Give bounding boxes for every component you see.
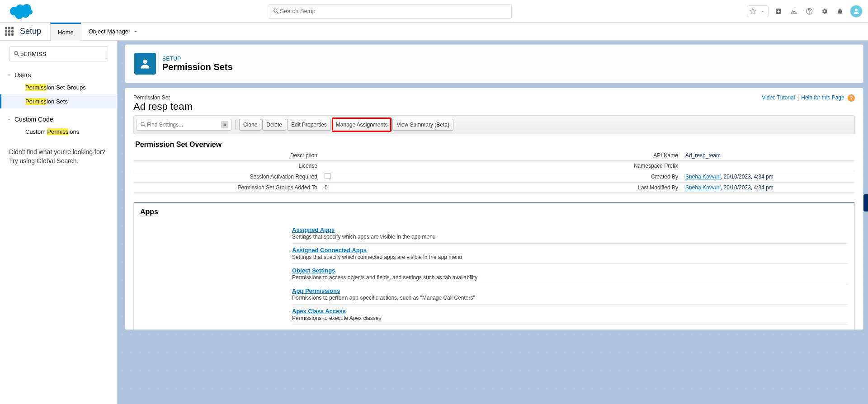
app-link-desc: Permissions to access objects and fields… — [292, 274, 848, 281]
app-link[interactable]: Object Settings — [292, 267, 335, 274]
setup-tree-sidebar: Users Permission Set Groups Permission S… — [0, 41, 118, 404]
avatar[interactable] — [850, 5, 863, 18]
quick-find[interactable] — [9, 46, 108, 61]
global-search[interactable] — [268, 4, 512, 19]
sidebar-item-custom-permissions[interactable]: Custom Permissions — [0, 125, 117, 139]
edit-properties-button[interactable]: Edit Properties — [287, 119, 331, 131]
no-results-hint: Didn't find what you're looking for? Try… — [0, 141, 117, 172]
created-by-link[interactable]: Sneha Kovvuri — [685, 174, 721, 180]
salesforce-logo[interactable] — [9, 3, 33, 19]
quick-find-input[interactable] — [20, 51, 104, 57]
sub-header: Setup Home Object Manager — [0, 23, 868, 41]
session-activation-checkbox — [325, 173, 330, 179]
breadcrumb: Permission Set — [133, 94, 193, 101]
gear-icon[interactable] — [819, 6, 830, 17]
detail-card: Permission Set Ad resp team Video Tutori… — [125, 88, 863, 330]
content-area: SETUP Permission Sets Permission Set Ad … — [118, 41, 868, 404]
app-link-desc: Settings that specify which apps are vis… — [292, 234, 848, 240]
chevron-down-icon[interactable] — [758, 7, 767, 16]
app-link-row: Object SettingsPermissions to access obj… — [292, 264, 848, 284]
chevron-down-icon — [133, 29, 138, 34]
chevron-down-icon — [6, 117, 12, 122]
help-icon[interactable]: ? — [804, 6, 815, 17]
chevron-down-icon — [6, 72, 12, 78]
side-panel-tab[interactable] — [863, 194, 868, 211]
trailhead-icon[interactable] — [788, 6, 799, 17]
page-title: Permission Sets — [162, 62, 233, 72]
permission-set-icon — [134, 53, 156, 75]
search-icon — [13, 50, 20, 57]
sidebar-item-permission-set-groups[interactable]: Permission Set Groups — [0, 80, 117, 94]
clone-button[interactable]: Clone — [239, 119, 261, 131]
search-icon — [140, 121, 147, 128]
manage-assignments-button[interactable]: Manage Assignments — [332, 117, 392, 132]
global-header: ? — [0, 0, 868, 23]
apps-section: Apps Assigned AppsSettings that specify … — [133, 202, 855, 329]
star-icon[interactable] — [748, 7, 757, 16]
clear-icon[interactable]: ✕ — [221, 121, 228, 128]
app-link[interactable]: Visualforce Page Access — [292, 328, 361, 329]
app-link-desc: Permissions to execute Apex classes — [292, 315, 848, 321]
app-link-row: Assigned AppsSettings that specify which… — [292, 223, 848, 244]
app-link-row: Visualforce Page AccessPermissions to ex… — [292, 325, 848, 329]
svg-point-2 — [855, 9, 858, 11]
find-settings-input[interactable] — [147, 122, 221, 128]
app-link-desc: Permissions to perform app-specific acti… — [292, 295, 848, 301]
video-tutorial-link[interactable]: Video Tutorial — [762, 94, 795, 101]
view-summary-button[interactable]: View Summary (Beta) — [392, 119, 453, 131]
find-settings[interactable]: ✕ — [137, 119, 231, 131]
app-name: Setup — [18, 27, 50, 36]
app-link-row: Apex Class AccessPermissions to execute … — [292, 305, 848, 325]
page-header: SETUP Permission Sets — [125, 44, 863, 83]
apps-heading: Apps — [134, 203, 854, 221]
app-link-desc: Settings that specify which connected ap… — [292, 254, 848, 260]
help-badge-icon[interactable]: ? — [848, 94, 855, 102]
search-icon — [273, 8, 280, 15]
plus-icon[interactable] — [773, 6, 784, 17]
page-eyebrow: SETUP — [162, 56, 233, 62]
app-link-row: Assigned Connected AppsSettings that spe… — [292, 244, 848, 264]
app-link[interactable]: Apex Class Access — [292, 308, 346, 315]
app-link[interactable]: Assigned Apps — [292, 226, 335, 233]
modified-by-link[interactable]: Sneha Kovvuri — [685, 184, 721, 191]
action-toolbar: ✕ Clone Delete Edit Properties Manage As… — [133, 115, 855, 134]
overview-heading: Permission Set Overview — [133, 141, 855, 149]
global-search-input[interactable] — [280, 8, 507, 14]
delete-button[interactable]: Delete — [262, 119, 286, 131]
header-actions: ? — [747, 5, 863, 18]
sidebar-item-permission-sets[interactable]: Permission Sets — [0, 94, 117, 108]
tab-object-manager[interactable]: Object Manager — [81, 23, 146, 41]
help-page-link[interactable]: Help for this Page — [801, 94, 844, 101]
app-launcher-icon[interactable] — [0, 23, 18, 41]
help-links: Video Tutorial | Help for this Page ? — [762, 94, 855, 102]
app-link-row: App PermissionsPermissions to perform ap… — [292, 284, 848, 305]
overview-table: Description API Name Ad_resp_team Licens… — [133, 150, 855, 193]
tab-home[interactable]: Home — [50, 23, 81, 41]
app-link[interactable]: Assigned Connected Apps — [292, 247, 367, 254]
svg-text:?: ? — [808, 8, 811, 14]
tree-section-custom-code[interactable]: Custom Code — [0, 114, 117, 125]
favorites-group — [747, 5, 769, 17]
tree-section-users[interactable]: Users — [0, 70, 117, 80]
bell-icon[interactable] — [835, 6, 845, 17]
app-link[interactable]: App Permissions — [292, 287, 340, 294]
record-title: Ad resp team — [133, 101, 193, 113]
svg-point-3 — [143, 60, 147, 64]
